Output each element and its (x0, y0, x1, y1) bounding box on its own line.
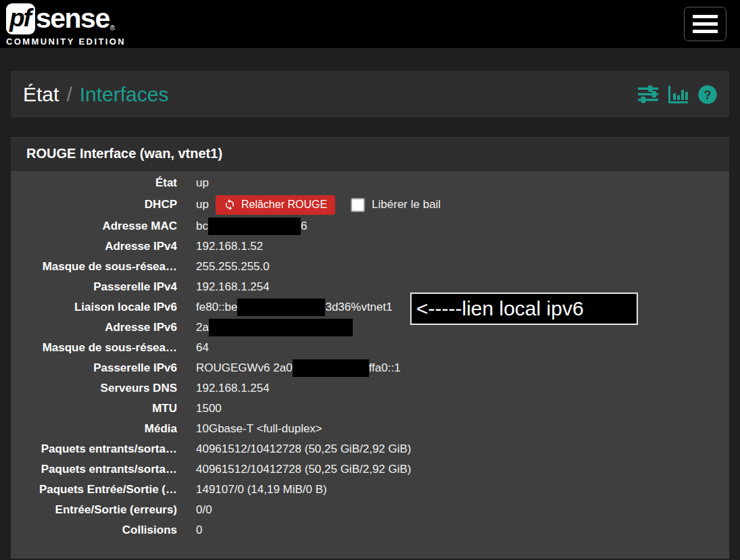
breadcrumb-section: État (23, 83, 59, 106)
row-value: 2a (196, 319, 353, 336)
value-text: 192.168.1.254 (196, 280, 270, 294)
value-text: 255.255.255.0 (196, 260, 270, 274)
table-row: Paquets entrants/sorta… 40961512/1041272… (11, 439, 729, 459)
annotation-lien-local-ipv6: <-----lien local ipv6 (410, 292, 638, 325)
row-label: Masque de sous-résea… (11, 341, 177, 355)
release-wan-button[interactable]: Relâcher ROUGE (216, 195, 335, 215)
release-button-label: Relâcher ROUGE (241, 199, 327, 211)
row-value: 1500 (196, 402, 222, 415)
row-value: 64 (196, 341, 209, 355)
row-label: Paquets entrants/sorta… (11, 463, 177, 476)
value-text: 0/0 (196, 503, 212, 517)
table-row: DHCP upRelâcher ROUGELibérer le bail (11, 193, 729, 216)
row-value: bc6 (196, 218, 307, 235)
table-row: MTU 1500 (11, 399, 729, 419)
table-row: Entrée/Sortie (erreurs) 0/0 (11, 500, 729, 520)
interface-table: État up DHCP upRelâcher ROUGELibérer le … (11, 173, 729, 540)
value-text: 40961512/10412728 (50,25 GiB/2,92 GiB) (196, 463, 412, 476)
row-label: Entrée/Sortie (erreurs) (11, 503, 177, 517)
redacted-value (208, 218, 301, 235)
row-value: 192.168.1.254 (196, 280, 270, 294)
row-label: Masque de sous-résea… (11, 260, 177, 274)
row-label: Paquets entrants/sorta… (11, 442, 177, 456)
interface-panel: ROUGE Interface (wan, vtnet1) État up DH… (11, 137, 729, 559)
logo-sense-text: sense (36, 5, 109, 32)
row-label: Passerelle IPv6 (11, 361, 177, 375)
panel-title: ROUGE Interface (wan, vtnet1) (11, 137, 729, 171)
svg-text:?: ? (704, 88, 712, 101)
row-value: 0/0 (196, 503, 212, 517)
table-row: État up (11, 173, 729, 193)
row-label: Serveurs DNS (11, 382, 177, 395)
row-value: up (196, 176, 209, 190)
row-value: 192.168.1.254 (196, 382, 270, 395)
value-text: 149107/0 (14,19 MiB/0 B) (196, 483, 327, 497)
table-row: Adresse MAC bc6 (11, 216, 729, 236)
table-row: Média 10Gbase-T <full-duplex> (11, 419, 729, 439)
value-text: 40961512/10412728 (50,25 GiB/2,92 GiB) (196, 442, 412, 456)
value-text: up (196, 176, 209, 190)
redacted-value (209, 319, 353, 336)
value-text: 1500 (196, 402, 222, 415)
value-text: 2a (196, 321, 209, 334)
bar-chart-icon[interactable] (668, 86, 688, 103)
row-label: État (11, 176, 177, 190)
row-value: fe80::be3d36%vtnet1 (196, 299, 393, 316)
refresh-icon (224, 199, 236, 211)
row-label: Adresse IPv4 (11, 240, 177, 253)
release-lease-checkbox[interactable] (351, 198, 365, 212)
value-text: 3d36%vtnet1 (325, 301, 392, 314)
logo-pf-badge: pf (6, 3, 35, 34)
row-label: DHCP (11, 198, 177, 211)
row-label: Paquets Entrée/Sortie (… (11, 483, 177, 497)
row-value: 0 (196, 524, 202, 537)
value-text: ffa0::1 (369, 361, 401, 375)
value-text: 6 (301, 220, 307, 233)
table-row: Serveurs DNS 192.168.1.254 (11, 378, 729, 399)
release-lease-checkbox-label: Libérer le bail (372, 198, 441, 211)
hamburger-icon (693, 15, 718, 18)
top-navbar: pf sense ® COMMUNITY EDITION (0, 0, 740, 48)
breadcrumb-page: Interfaces (80, 83, 169, 106)
registered-mark: ® (110, 24, 115, 32)
breadcrumb-separator: / (66, 83, 72, 106)
question-circle-icon[interactable]: ? (698, 85, 717, 104)
row-label: Collisions (11, 524, 177, 537)
panel-body: État up DHCP upRelâcher ROUGELibérer le … (11, 171, 729, 559)
row-label: MTU (11, 402, 177, 415)
row-value: 40961512/10412728 (50,25 GiB/2,92 GiB) (196, 463, 412, 476)
pfsense-logo[interactable]: pf sense ® COMMUNITY EDITION (6, 3, 126, 47)
row-value: 192.168.1.52 (196, 240, 263, 253)
row-label: Adresse IPv6 (11, 321, 177, 334)
edition-label: COMMUNITY EDITION (6, 36, 126, 47)
row-value: upRelâcher ROUGELibérer le bail (196, 195, 441, 215)
hamburger-menu-button[interactable] (684, 7, 726, 41)
value-text: 64 (196, 341, 209, 355)
row-value: 255.255.255.0 (196, 260, 270, 274)
value-text: 10Gbase-T <full-duplex> (196, 422, 322, 436)
table-row: Masque de sous-résea… 255.255.255.0 (11, 257, 729, 277)
row-label: Passerelle IPv4 (11, 280, 177, 294)
value-text: 192.168.1.52 (196, 240, 263, 253)
table-row: Collisions 0 (11, 520, 729, 540)
value-text: 0 (196, 524, 202, 537)
row-label: Adresse MAC (11, 220, 177, 233)
value-text: ROUGEGWv6 2a0 (196, 361, 293, 375)
row-value: 149107/0 (14,19 MiB/0 B) (196, 483, 327, 497)
breadcrumb: État / Interfaces (11, 71, 729, 118)
value-text: fe80::be (196, 301, 237, 314)
row-value: 10Gbase-T <full-duplex> (196, 422, 322, 436)
row-label: Liaison locale IPv6 (11, 301, 177, 314)
value-text: up (196, 198, 209, 211)
table-row: Paquets Entrée/Sortie (… 149107/0 (14,19… (11, 480, 729, 500)
table-row: Masque de sous-résea… 64 (11, 338, 729, 358)
redacted-value (293, 359, 369, 377)
value-text: 192.168.1.254 (196, 382, 270, 395)
table-row: Passerelle IPv6 ROUGEGWv6 2a0ffa0::1 (11, 358, 729, 378)
table-row: Adresse IPv4 192.168.1.52 (11, 236, 729, 257)
value-text: bc (196, 220, 208, 233)
row-value: 40961512/10412728 (50,25 GiB/2,92 GiB) (196, 442, 412, 456)
row-label: Média (11, 422, 177, 436)
sliders-icon[interactable] (638, 85, 658, 103)
table-row: Paquets entrants/sorta… 40961512/1041272… (11, 459, 729, 480)
